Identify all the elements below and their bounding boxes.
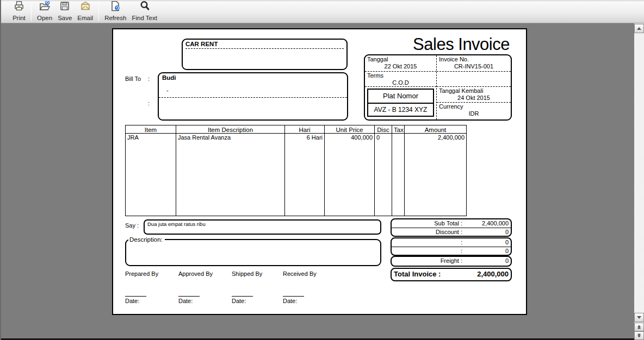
terms-label: Terms [367,72,434,79]
cell-disc: 0 [375,134,392,216]
shipped-by-label: Shipped By [232,270,262,277]
tax2-value: 0 [462,247,511,255]
cell-item-description: Jasa Rental Avanza [176,134,285,216]
toolbar: Print Open Save [1,0,644,23]
col-item: Item [126,125,176,133]
email-button[interactable]: Email [75,0,96,22]
cell-unit-price: 400,000 [325,134,375,216]
save-button[interactable]: Save [55,0,75,22]
description-box: Description: [125,236,381,266]
scroll-down-button[interactable] [634,313,644,322]
col-disc: Disc [375,125,392,133]
tax1-value: 0 [462,238,511,247]
say-value: Dua juta empat ratus ribu [147,221,206,227]
save-label: Save [58,15,72,21]
print-label: Print [13,15,26,21]
open-folder-icon [39,0,51,14]
print-icon [13,0,25,14]
currency-cell: Currency IDR [437,103,511,117]
email-label: Email [77,15,93,21]
plat-nomor-label: Plat Nomor [368,90,433,104]
page-down-button[interactable] [634,331,644,340]
subtotal-discount-box: Sub Total : 2,400,000 Discount : 0 [391,218,512,237]
bill-to-divider [159,97,347,98]
scroll-up-button[interactable] [634,24,644,33]
vertical-scrollbar[interactable] [634,23,644,340]
company-name: CAR RENT [185,41,344,49]
toolbar-separator [31,3,32,21]
subtotal-row: Sub Total : 2,400,000 [392,219,511,228]
col-tax: Tax [392,125,405,133]
tanggal-label: Tanggal [367,56,434,62]
date-line [283,296,304,297]
open-button[interactable]: Open [34,0,55,22]
received-by-label: Received By [283,270,317,277]
save-floppy-icon [59,0,71,14]
description-label: Description: [128,236,165,243]
col-unit-price: Unit Price [325,125,375,133]
invoice-no-value: CR-INV15-001 [439,63,509,70]
col-amount: Amount [405,125,466,133]
page-up-button[interactable] [634,323,644,331]
tanggal-kembali-cell: Tanggal Kembali 24 Okt 2015 [437,87,511,103]
say-box: Dua juta empat ratus ribu [144,219,381,235]
cell-hari: 6 Hari [285,134,325,216]
discount-row: Discount : 0 [392,228,511,236]
items-table-body: JRA Jasa Rental Avanza 6 Hari 400,000 0 … [126,134,466,216]
find-text-button[interactable]: Find Text [129,0,159,22]
refresh-label: Refresh [104,15,126,21]
header-left-column: Tanggal 22 Okt 2015 Terms C.O.D Plat Nom… [365,55,437,119]
approved-by-label: Approved By [178,270,213,277]
freight-value: 0 [462,257,511,266]
terms-cell: Terms C.O.D [365,72,436,87]
plat-nomor-box: Plat Nomor AVZ - B 1234 XYZ [367,89,434,117]
magnifier-icon [139,0,151,14]
open-label: Open [37,15,52,21]
tax1-label: : [392,238,462,247]
arrow-up-icon [637,27,641,30]
discount-value: 0 [462,228,511,236]
col-item-description: Item Description [176,125,285,133]
invoice-no-label: Invoice No. [439,56,509,62]
preview-workspace: CAR RENT Sales Invoice Tanggal 22 Okt 20… [1,24,634,340]
currency-value: IDR [439,110,509,117]
invoice-title: Sales Invoice [413,35,510,54]
tax-box: : 0 : 0 [391,237,512,256]
subtotal-label: Sub Total : [392,219,462,228]
bill-to-label: Bill To [125,75,141,82]
print-button[interactable]: Print [10,0,28,22]
refresh-page-icon [109,0,121,14]
subtotal-value: 2,400,000 [462,219,511,228]
email-envelope-icon [79,0,91,14]
date-line [125,296,146,297]
report-preview-window: Print Open Save [0,0,644,340]
cell-item-code: JRA [126,134,176,216]
tanggal-kembali-value: 24 Okt 2015 [439,95,509,101]
items-table-header: Item Item Description Hari Unit Price Di… [126,125,466,134]
total-invoice-box: Total Invoice : 2,400,000 [391,268,512,281]
total-invoice-row: Total Invoice : 2,400,000 [392,269,511,280]
terms-value: C.O.D [367,79,434,86]
total-invoice-value: 2,400,000 [457,269,511,280]
items-table: Item Item Description Hari Unit Price Di… [125,125,467,216]
freight-label: Freight : [392,257,462,266]
currency-label: Currency [439,103,509,110]
invoice-header-box: Tanggal 22 Okt 2015 Terms C.O.D Plat Nom… [364,54,512,121]
bill-to-line2: - [166,87,344,93]
refresh-button[interactable]: Refresh [102,0,129,22]
tax2-label: : [392,247,462,255]
total-invoice-label: Total Invoice : [392,269,457,280]
date-label: Date: [283,298,297,304]
invoice-no-cell: Invoice No. CR-INV15-001 [437,55,511,72]
window-top-edge [1,0,644,1]
header-spacer-cell [437,72,511,87]
toolbar-separator [98,3,99,21]
company-box: CAR RENT [182,39,348,70]
date-line [232,296,253,297]
header-right-column: Invoice No. CR-INV15-001 Tanggal Kembali… [437,55,511,119]
date-label: Date: [232,298,246,304]
freight-box: Freight : 0 [391,256,512,267]
cell-amount: 2,400,000 [405,134,466,216]
arrow-down-icon [637,316,641,319]
date-label: Date: [125,298,139,304]
